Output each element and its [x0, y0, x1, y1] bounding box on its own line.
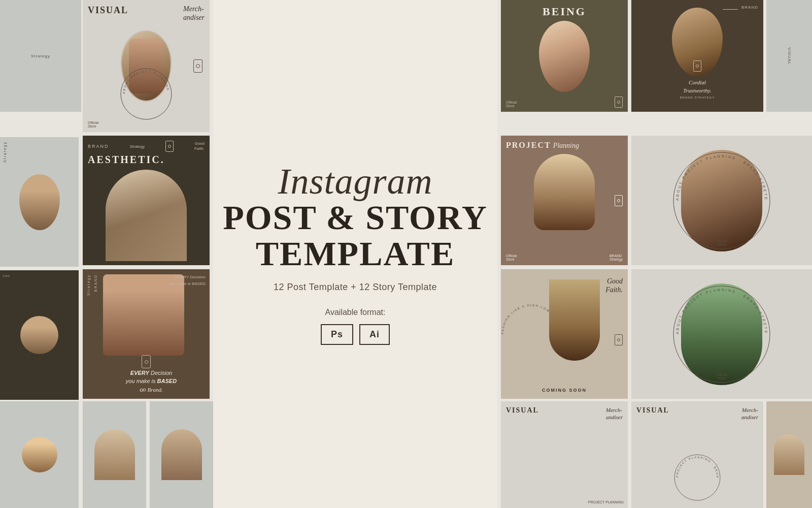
card-bottom-right-1: VISUAL Merch- andiser PROJECT PLANNING [501, 401, 628, 508]
card-project-planning: PROJECT Planning Official Store BRAND St… [501, 136, 628, 265]
card-good-faith: FASHION LIKE A HIGH-LOW · ION LIKE A HIG… [501, 269, 628, 399]
card-top-left-partial: Strategy [0, 0, 81, 112]
card-far-right-3: ABOUT PROJECT PLANNING · BRAND STRETEGY … [631, 269, 812, 399]
card-cordial-trustworthy: BRAND Cordial Trustworthy. BRAND STRATEG… [631, 0, 763, 112]
svg-point-0 [121, 69, 172, 119]
card-far-right-1: VISUAL [766, 0, 812, 112]
card-being: BEING Official Store [501, 0, 628, 112]
title-instagram: Instagram [278, 163, 432, 200]
svg-point-7 [674, 455, 720, 500]
svg-text:ABOUT PROJECT PLANNING · BRAND: ABOUT PROJECT PLANNING · BRAND STRETEGY … [671, 283, 768, 335]
title-post-story: POST & STORY [223, 200, 488, 236]
card-far-left-1: Strategy [0, 137, 79, 267]
card-aesthetic: BRAND Strategy Good Faith. AESTHETIC. [83, 136, 210, 265]
card-bottom-left-2 [150, 401, 213, 508]
card-bottom-right-partial [766, 401, 812, 508]
svg-point-5 [673, 286, 770, 383]
card-far-left-2: tion [0, 270, 79, 400]
format-badges: Ps Ai [321, 324, 390, 345]
format-badge-ps: Ps [321, 324, 353, 345]
card-far-left-3 [0, 401, 79, 508]
svg-text:PROJECT PLANNING · BRAND STRET: PROJECT PLANNING · BRAND STRETEGY · [672, 452, 719, 479]
card-visual-merchandiser: VISUAL Merch- andiser ABOUT PROJECT PLAN… [83, 0, 210, 132]
svg-point-2 [673, 152, 770, 249]
svg-text:ABOUT PROJECT PLANNING · BRAND: ABOUT PROJECT PLANNING · BRAND STRATEGY … [118, 66, 170, 94]
center-panel: Instagram POST & STORY TEMPLATE 12 Post … [213, 0, 497, 508]
card-bottom-left-1 [83, 401, 146, 508]
svg-text:ABOUT PROJECT PLANNING · BRAND: ABOUT PROJECT PLANNING · BRAND STRETEGY … [671, 150, 768, 201]
title-template: TEMPLATE [256, 236, 455, 272]
card-visual-merch-bottom: VISUAL Merch- andiser PROJECT PLANNING ·… [631, 401, 763, 508]
format-badge-ai: Ai [359, 324, 390, 345]
subtitle: 12 Post Template + 12 Story Template [274, 282, 437, 293]
card-every-decision: Strategy BRAND EVERY Decision you make i… [83, 269, 210, 399]
card-far-right-2: ABOUT PROJECT PLANNING · BRAND STRETEGY … [631, 136, 812, 265]
available-format-label: Available format: [325, 308, 386, 317]
